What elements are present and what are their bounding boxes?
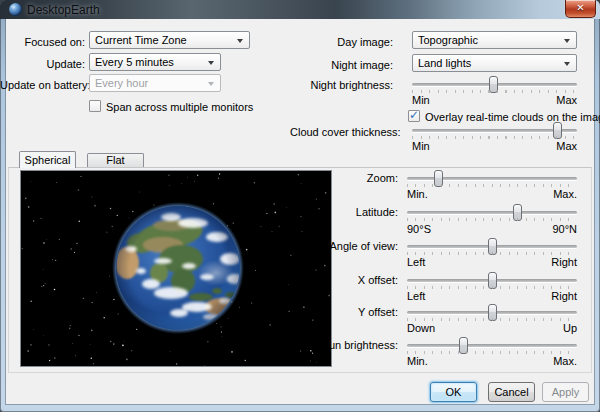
zoom-ticks	[407, 184, 577, 187]
chevron-down-icon	[564, 62, 570, 66]
y-offset-slider[interactable]	[407, 311, 577, 314]
overlay-clouds-label[interactable]: Overlay real-time clouds on the image	[425, 111, 600, 123]
angle-of-view-label: Angle of view:	[300, 240, 398, 252]
cancel-button[interactable]: Cancel	[488, 382, 535, 402]
chevron-down-icon	[564, 39, 570, 43]
earth-globe-image	[21, 171, 331, 366]
y-offset-max-label: Up	[407, 322, 577, 334]
zoom-slider[interactable]	[407, 177, 577, 180]
desktopearth-dialog: DesktopEarth ✕ Focused on: Current Time …	[0, 0, 600, 412]
span-monitors-checkbox[interactable]	[89, 100, 101, 112]
night-brightness-label: Night brightness:	[290, 79, 393, 91]
zoom-max-label: Max.	[407, 188, 577, 200]
ok-button[interactable]: OK	[430, 382, 477, 402]
y-offset-ticks	[407, 318, 577, 321]
latitude-label: Latitude:	[300, 206, 398, 218]
tab-flat[interactable]: Flat	[87, 153, 144, 167]
cloud-cover-label: Cloud cover thickness:	[290, 126, 393, 138]
night-image-select[interactable]: Land lights	[412, 54, 577, 72]
focused-on-label: Focused on:	[0, 36, 85, 48]
checkmark-icon: ✓	[409, 108, 419, 122]
night-brightness-slider[interactable]	[412, 83, 577, 86]
night-brightness-ticks	[412, 90, 577, 93]
apply-button: Apply	[542, 382, 589, 402]
zoom-label: Zoom:	[300, 172, 398, 184]
cloud-cover-max-label: Max	[412, 140, 577, 152]
sun-brightness-label: Sun brightness:	[300, 339, 398, 351]
sun-brightness-slider[interactable]	[407, 344, 577, 347]
angle-of-view-max-label: Right	[407, 256, 577, 268]
earth-preview	[20, 170, 332, 367]
latitude-ticks	[407, 218, 577, 221]
span-monitors-label[interactable]: Span across multiple monitors	[106, 101, 253, 113]
sun-brightness-ticks	[407, 351, 577, 354]
x-offset-ticks	[407, 286, 577, 289]
cloud-cover-slider[interactable]	[412, 129, 577, 132]
chevron-down-icon	[237, 39, 243, 43]
latitude-max-label: 90°N	[407, 223, 577, 235]
tab-spherical[interactable]: Spherical	[19, 151, 76, 168]
night-image-value: Land lights	[418, 57, 471, 69]
update-label: Update:	[0, 58, 85, 70]
update-on-battery-select: Every hour	[89, 74, 221, 92]
update-select[interactable]: Every 5 minutes	[89, 53, 221, 71]
chevron-down-icon	[208, 61, 214, 65]
latitude-slider[interactable]	[407, 211, 577, 214]
x-offset-label: X offset:	[300, 274, 398, 286]
focused-on-select[interactable]: Current Time Zone	[89, 31, 250, 49]
angle-of-view-slider[interactable]	[407, 245, 577, 248]
chevron-down-icon	[208, 82, 214, 86]
x-offset-max-label: Right	[407, 290, 577, 302]
sun-brightness-max-label: Max.	[407, 355, 577, 367]
night-brightness-max-label: Max	[412, 94, 577, 106]
overlay-clouds-checkbox[interactable]: ✓	[408, 110, 420, 122]
x-offset-slider[interactable]	[407, 279, 577, 282]
night-image-label: Night image:	[290, 59, 393, 71]
angle-of-view-ticks	[407, 252, 577, 255]
day-image-label: Day image:	[290, 36, 393, 48]
day-image-value: Topographic	[418, 34, 478, 46]
focused-on-value: Current Time Zone	[95, 34, 187, 46]
update-on-battery-value: Every hour	[95, 77, 148, 89]
update-value: Every 5 minutes	[95, 56, 174, 68]
update-on-battery-label: Update on battery:	[0, 79, 85, 91]
cloud-cover-ticks	[412, 136, 577, 139]
y-offset-label: Y offset:	[300, 306, 398, 318]
day-image-select[interactable]: Topographic	[412, 31, 577, 49]
